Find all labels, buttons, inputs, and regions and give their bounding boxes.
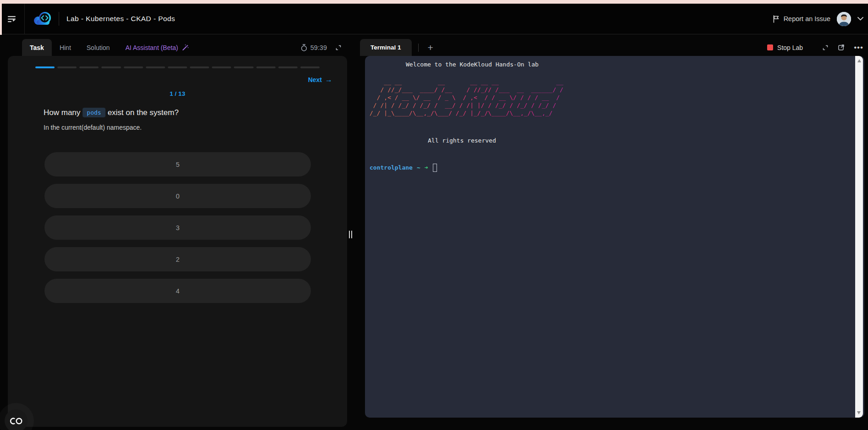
expand-icon <box>335 44 342 51</box>
stop-square-icon <box>767 44 773 50</box>
scroll-down-arrow[interactable] <box>857 411 861 414</box>
kodekloud-cloud-icon <box>32 11 53 27</box>
task-tab-row: Task Hint Solution AI Assistant (Beta) 5… <box>8 39 347 56</box>
terminal-prompt: controlplane ~ ➜ <box>370 163 852 172</box>
open-external-button[interactable] <box>838 44 845 51</box>
task-panel-body: Next → 1 / 13 How manypodsexist on the s… <box>8 56 347 427</box>
terminal-cursor <box>433 164 437 172</box>
next-button[interactable]: Next → <box>308 76 332 84</box>
progress-segment-8 <box>190 66 209 68</box>
sidebar-toggle-button[interactable] <box>0 4 25 34</box>
timer-value: 59:39 <box>310 44 327 51</box>
page-title: Lab - Kubernetes - CKAD - Pods <box>66 15 175 23</box>
tab-solution[interactable]: Solution <box>79 39 118 56</box>
add-terminal-tab-button[interactable]: + <box>425 39 436 56</box>
terminal-ascii-banner: __ __ __ __ __ __ __ / //_/___ ____/ /__… <box>370 78 852 117</box>
progress-segment-10 <box>234 66 253 68</box>
expand-task-panel-button[interactable] <box>335 39 342 56</box>
question-prefix: How many <box>44 108 80 117</box>
lab-timer: 59:39 <box>301 39 327 56</box>
avatar[interactable] <box>837 12 851 26</box>
progress-segment-4 <box>101 66 121 68</box>
task-panel: Task Hint Solution AI Assistant (Beta) 5… <box>8 39 347 427</box>
answer-option-3[interactable]: 3 <box>44 215 311 240</box>
terminal-panel: Terminal 1 + Stop Lab ••• <box>360 39 864 418</box>
scroll-up-arrow[interactable] <box>857 59 861 62</box>
inline-code-pods: pods <box>83 108 105 117</box>
progress-segment-3 <box>79 66 99 68</box>
stopwatch-icon <box>301 44 307 51</box>
progress-segment-6 <box>146 66 165 68</box>
terminal-screen[interactable]: Welcome to the KodeKloud Hands-On lab __… <box>365 56 864 418</box>
arrow-right-icon: → <box>325 76 332 84</box>
avatar-photo <box>837 12 851 26</box>
tab-hint[interactable]: Hint <box>52 39 79 56</box>
stop-lab-button[interactable]: Stop Lab <box>767 44 803 51</box>
question-text: How manypodsexist on the system? <box>44 108 311 117</box>
prompt-arrow-icon: ➜ <box>425 163 428 172</box>
terminal-tab-row: Terminal 1 + Stop Lab ••• <box>360 39 864 56</box>
expand-terminal-button[interactable] <box>822 44 829 51</box>
stop-lab-label: Stop Lab <box>777 44 803 51</box>
terminal-welcome-line: Welcome to the KodeKloud Hands-On lab <box>370 60 852 69</box>
lab-float-toggle-button[interactable] <box>5 409 28 430</box>
answer-option-0[interactable]: 0 <box>44 184 311 208</box>
header-divider <box>59 12 59 26</box>
more-options-button[interactable]: ••• <box>854 43 863 52</box>
terminal-scrollbar[interactable] <box>855 56 863 418</box>
kodekloud-logo[interactable] <box>27 11 59 27</box>
answer-option-2[interactable]: 2 <box>44 247 311 271</box>
progress-segment-5 <box>124 66 143 68</box>
report-issue-label: Report an Issue <box>784 15 830 22</box>
progress-segment-2 <box>57 66 77 68</box>
report-issue-button[interactable]: Report an Issue <box>773 15 830 23</box>
wand-icon <box>182 44 189 51</box>
question-progress-bar <box>35 66 320 68</box>
tab-divider <box>418 44 419 52</box>
tab-ai-assistant[interactable]: AI Assistant (Beta) <box>117 39 196 56</box>
progress-segment-12 <box>278 66 298 68</box>
progress-segment-13 <box>300 66 320 68</box>
question-suffix: exist on the system? <box>108 108 179 117</box>
panel-resize-handle[interactable] <box>349 231 352 238</box>
prompt-path: ~ <box>417 163 420 172</box>
tab-task[interactable]: Task <box>22 39 52 56</box>
progress-segment-9 <box>212 66 231 68</box>
progress-segment-7 <box>168 66 187 68</box>
kodekloud-toggle-icon <box>9 417 23 425</box>
question-pagination: 1 / 13 <box>8 90 347 97</box>
progress-segment-11 <box>256 66 276 68</box>
hamburger-icon <box>8 15 17 23</box>
question-subtext: In the current(default) namespace. <box>44 124 311 131</box>
window-accent-edge-left <box>0 0 2 35</box>
tab-terminal-1[interactable]: Terminal 1 <box>360 39 412 56</box>
flag-icon <box>773 15 780 23</box>
answer-option-4[interactable]: 4 <box>44 279 311 303</box>
answer-option-5[interactable]: 5 <box>44 152 311 176</box>
next-label: Next <box>308 76 322 83</box>
expand-icon <box>822 44 829 51</box>
app-header: Lab - Kubernetes - CKAD - Pods Report an… <box>0 4 868 34</box>
external-link-icon <box>838 44 845 51</box>
window-accent-strip <box>0 0 868 4</box>
ai-assistant-label: AI Assistant (Beta) <box>125 44 178 51</box>
answer-options: 50324 <box>44 152 311 303</box>
terminal-rights-line: All rights reserved <box>370 136 852 145</box>
progress-segment-1 <box>35 66 55 68</box>
chevron-down-icon[interactable] <box>857 17 863 21</box>
prompt-host: controlplane <box>370 163 413 172</box>
